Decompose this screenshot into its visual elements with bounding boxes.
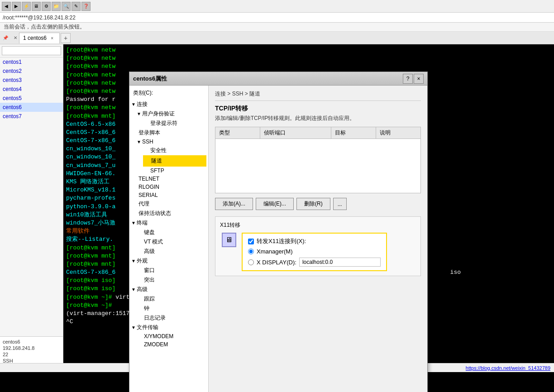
tunnel-table-body	[215, 139, 421, 193]
x11-display-row: X DISPLAY(D):	[248, 258, 381, 267]
tree-appearance-children: 窗口 突出	[137, 266, 206, 285]
tree-ssh-children: 安全性 隧道 SFTP	[143, 146, 206, 175]
tree-item-login-script[interactable]: 登录脚本	[137, 128, 206, 138]
x11-xdisplay-radio[interactable]	[248, 259, 254, 265]
tree-item-login-prompt[interactable]: 登录提示符	[143, 119, 206, 128]
x11-icon: 🖥	[222, 233, 236, 247]
address-text: /root:******@192.168.241.8:22	[3, 14, 76, 21]
x11-content: 🖥 转发X11连接到(X): Xmanager(M)	[220, 233, 416, 271]
tree-item-advanced[interactable]: ▼ 高级	[131, 285, 206, 294]
tunnel-empty-cell	[215, 139, 421, 193]
delete-button[interactable]: 删除(R)	[296, 198, 330, 210]
tree-item-tunnel[interactable]: 隧道	[143, 155, 206, 167]
x11-xdisplay-label: X DISPLAY(D):	[257, 259, 296, 266]
edit-button[interactable]: 编辑(E)...	[256, 198, 294, 210]
dialog-overlay: centos6属性 ? × 类别(C): ▼ 连接	[0, 44, 554, 372]
add-button[interactable]: 添加(A)...	[215, 198, 253, 210]
tree-item-appearance[interactable]: ▼ 外观	[131, 256, 206, 266]
tunnel-table: 类型 侦听端口 目标 说明	[215, 127, 421, 193]
tree-container: ▼ 连接 ▼ 用户身份验证 登录提示符 登录脚本	[131, 100, 206, 349]
tree-item-connection[interactable]: ▼ 连接	[131, 100, 206, 109]
dialog-title: centos6属性	[133, 75, 402, 83]
x11-display-input[interactable]	[299, 258, 381, 267]
properties-dialog: centos6属性 ? × 类别(C): ▼ 连接	[129, 72, 428, 392]
toolbar-btn-9[interactable]: ❓	[81, 2, 91, 11]
tree-filetransfer-children: X/YMODEM ZMODEM	[137, 332, 206, 349]
tree-item-trace[interactable]: 跟踪	[137, 294, 206, 304]
tree-item-telnet[interactable]: TELNET	[137, 175, 206, 183]
x11-inner-box: 转发X11连接到(X): Xmanager(M) X DISPLAY(D):	[242, 233, 387, 271]
right-panel: 连接 > SSH > 隧道 TCP/IP转移 添加/编辑/删除TCP/IP转移规…	[209, 86, 427, 392]
col-target: 目标	[331, 127, 376, 139]
tree-item-zmodem[interactable]: ZMODEM	[137, 340, 206, 349]
tree-item-ssh[interactable]: ▼ SSH	[137, 138, 206, 146]
section-desc: 添加/编辑/删除TCP/IP转移规则。此规则连接后自动应用。	[215, 115, 421, 122]
tree-item-filetransfer[interactable]: ▼ 文件传输	[131, 323, 206, 332]
toolbar-btn-4[interactable]: 🖥	[32, 2, 41, 11]
tunnel-btn-row: 添加(A)... 编辑(E)... 删除(R) ...	[215, 198, 421, 210]
tree-item-rlogin[interactable]: RLOGIN	[137, 183, 206, 191]
section-title: TCP/IP转移	[215, 105, 421, 113]
tree-item-keepalive[interactable]: 保持活动状态	[137, 209, 206, 218]
tree-auth-children: 登录提示符	[143, 119, 206, 128]
tree-category-label: 类别(C):	[131, 88, 206, 98]
tab-centos6[interactable]: 1 centos6 ×	[19, 33, 60, 43]
x11-xmanager-label: Xmanager(M)	[257, 248, 292, 255]
tunnel-table-header-row: 类型 侦听端口 目标 说明	[215, 127, 421, 139]
tunnel-table-head: 类型 侦听端口 目标 说明	[215, 127, 421, 139]
tree-item-security[interactable]: 安全性	[143, 146, 206, 155]
toolbar-btn-5[interactable]: ⚙	[42, 2, 51, 11]
x11-forward-checkbox-row: 转发X11连接到(X):	[248, 237, 381, 245]
tab-list-close[interactable]: ✕	[12, 34, 19, 42]
tree-item-proxy[interactable]: 代理	[137, 199, 206, 209]
tabs-row: 📌 ✕ 1 centos6 × +	[0, 32, 554, 44]
expand-icon-connection: ▼	[131, 102, 136, 107]
tree-item-sftp[interactable]: SFTP	[143, 167, 206, 175]
toolbar-btn-7[interactable]: 🔍	[62, 2, 71, 11]
tree-item-window[interactable]: 窗口	[137, 266, 206, 275]
tab-close-btn[interactable]: ×	[48, 34, 56, 42]
tree-item-highlight[interactable]: 突出	[137, 275, 206, 285]
tab-pin-icon[interactable]: 📌	[2, 34, 9, 42]
x11-title: X11转移	[220, 221, 416, 229]
tree-item-terminal[interactable]: ▼ 终端	[131, 218, 206, 228]
main-area: centos1 centos2 centos3 centos4 centos5 …	[0, 44, 554, 372]
tab-add-btn[interactable]: +	[61, 33, 71, 43]
dialog-close-btn[interactable]: ×	[414, 74, 424, 84]
more-button[interactable]: ...	[333, 198, 347, 210]
expand-icon-auth: ▼	[137, 111, 141, 116]
tree-item-auth[interactable]: ▼ 用户身份验证	[137, 109, 206, 119]
tree-item-serial[interactable]: SERIAL	[137, 191, 206, 199]
dialog-help-btn[interactable]: ?	[403, 74, 413, 84]
x11-forward-label: 转发X11连接到(X):	[257, 237, 306, 245]
hint-text: 当前会话，点击左侧的箭头按钮。	[4, 23, 85, 31]
expand-icon-filetransfer: ▼	[131, 325, 136, 330]
toolbar-btn-8[interactable]: ✎	[72, 2, 81, 11]
expand-icon-terminal: ▼	[131, 220, 136, 225]
toolbar-btn-2[interactable]: ▶	[12, 2, 21, 11]
tree-panel: 类别(C): ▼ 连接 ▼ 用户身份验证	[129, 86, 209, 392]
x11-forward-checkbox[interactable]	[248, 239, 254, 244]
tree-item-advanced-terminal[interactable]: 高级	[137, 247, 206, 256]
expand-icon-appearance: ▼	[131, 258, 136, 263]
dialog-body: 类别(C): ▼ 连接 ▼ 用户身份验证	[129, 86, 427, 392]
tree-item-bell[interactable]: 钟	[137, 304, 206, 313]
toolbar: ◀ ▶ ⚡ 🖥 ⚙ 📁 🔍 ✎ ❓	[0, 0, 554, 13]
x11-xmanager-radio-row: Xmanager(M)	[248, 248, 381, 255]
tree-item-keyboard[interactable]: 键盘	[137, 228, 206, 237]
tree-item-logging[interactable]: 日志记录	[137, 313, 206, 323]
toolbar-icons: ◀ ▶ ⚡ 🖥 ⚙ 📁 🔍 ✎ ❓	[2, 2, 91, 11]
tree-item-xymodem[interactable]: X/YMODEM	[137, 332, 206, 340]
tree-item-vt-mode[interactable]: VT 模式	[137, 237, 206, 247]
tree-advanced-children: 跟踪 钟 日志记录	[137, 294, 206, 323]
tree-terminal-children: 键盘 VT 模式 高级	[137, 228, 206, 256]
col-desc: 说明	[376, 127, 420, 139]
toolbar-btn-3[interactable]: ⚡	[22, 2, 31, 11]
expand-icon-advanced: ▼	[131, 287, 136, 292]
toolbar-btn-1[interactable]: ◀	[2, 2, 11, 11]
tree-connection-children: ▼ 用户身份验证 登录提示符 登录脚本 ▼ SSH	[137, 109, 206, 218]
dialog-titlebar: centos6属性 ? ×	[129, 72, 427, 86]
toolbar-btn-6[interactable]: 📁	[52, 2, 61, 11]
breadcrumb: 连接 > SSH > 隧道	[215, 90, 421, 101]
x11-xmanager-radio[interactable]	[248, 249, 254, 254]
